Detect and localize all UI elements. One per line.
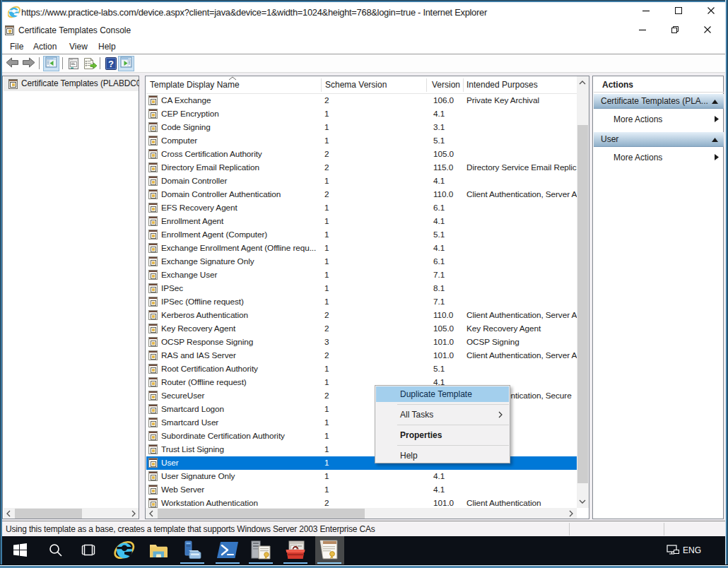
svg-text:?: ? [108,59,114,69]
